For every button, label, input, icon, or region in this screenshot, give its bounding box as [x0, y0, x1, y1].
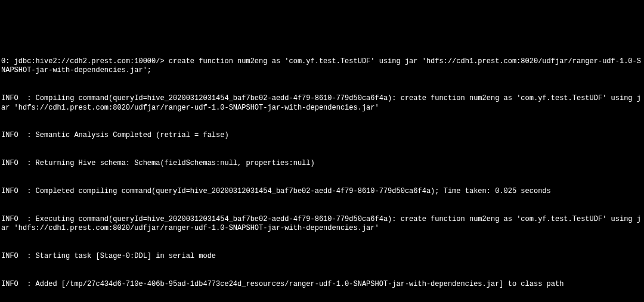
terminal-line: INFO : Added [/tmp/27c434d6-710e-406b-95…: [1, 280, 643, 289]
terminal-line: INFO : Executing command(queryId=hive_20…: [1, 215, 643, 233]
terminal-line: INFO : Starting task [Stage-0:DDL] in se…: [1, 252, 643, 261]
terminal-line: INFO : Semantic Analysis Completed (retr…: [1, 131, 643, 141]
terminal-line: INFO : Returning Hive schema: Schema(fie…: [1, 159, 643, 169]
terminal-line: INFO : Compiling command(queryId=hive_20…: [1, 94, 643, 113]
terminal-line: INFO : Completed compiling command(query…: [1, 187, 643, 197]
terminal-line: 0: jdbc:hive2://cdh2.prest.com:10000/> c…: [1, 57, 643, 76]
terminal-window[interactable]: 0: jdbc:hive2://cdh2.prest.com:10000/> c…: [1, 38, 643, 302]
